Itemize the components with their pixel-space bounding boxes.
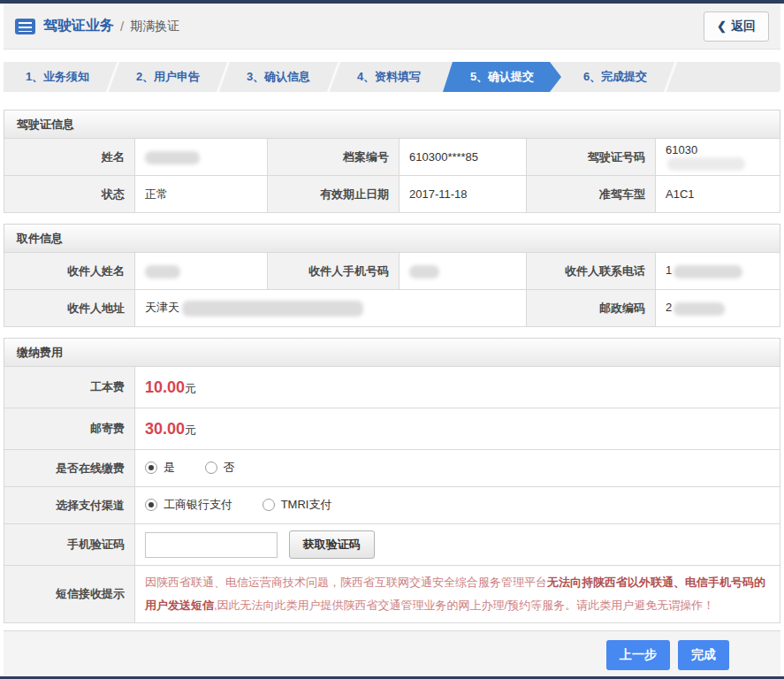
- address-partial: 天津天: [145, 301, 179, 314]
- mail-fee-amount: 30.00: [145, 420, 185, 438]
- recipient-name-label: 收件人姓名: [4, 253, 135, 290]
- pickup-info-section: 取件信息 收件人姓名 收件人手机号码 收件人联系电话 1 收件人地址 天津天 邮…: [4, 224, 780, 327]
- step-tab-5-active[interactable]: 5、确认提交: [443, 62, 561, 92]
- step-tab-6[interactable]: 6、完成提交: [561, 62, 669, 92]
- status-label: 状态: [4, 176, 135, 213]
- sms-notice-part1: 因陕西省联通、电信运营商技术问题，陕西省互联网交通安全综合服务管理平台: [145, 576, 547, 589]
- redacted-mobile: [409, 265, 439, 278]
- document-list-icon: [15, 19, 35, 34]
- get-code-button[interactable]: 获取验证码: [289, 530, 375, 559]
- finish-button[interactable]: 完成: [678, 640, 729, 670]
- redacted-name: [145, 151, 200, 164]
- online-pay-options: 是 否: [135, 450, 780, 487]
- back-button[interactable]: ❮ 返回: [704, 11, 769, 42]
- table-row: 工本费 10.00元: [4, 367, 780, 408]
- action-footer: 上一步 完成: [4, 630, 780, 679]
- recipient-name-value: [135, 253, 268, 290]
- sms-code-field: 获取验证码: [135, 524, 780, 566]
- address-value: 天津天: [135, 290, 527, 327]
- fees-table: 工本费 10.00元 邮寄费 30.00元 是否在线缴费 是 否 选择支付渠道 …: [4, 366, 780, 623]
- sms-notice-label: 短信接收提示: [4, 566, 135, 623]
- chevron-left-icon: ❮: [717, 19, 727, 33]
- phone-partial: 1: [666, 263, 672, 277]
- mail-fee-label: 邮寄费: [4, 408, 135, 450]
- online-yes-radio[interactable]: 是: [145, 460, 175, 476]
- table-row: 选择支付渠道 工商银行支付 TMRI支付: [4, 487, 780, 524]
- name-value: [135, 139, 268, 176]
- vehicle-label: 准驾车型: [527, 176, 656, 213]
- radio-unselected-icon: [263, 499, 275, 511]
- step-bar-filler: [672, 62, 780, 92]
- license-no-label: 驾驶证号码: [527, 139, 656, 176]
- table-row: 姓名 档案编号 610300****85 驾驶证号码 61030: [4, 139, 780, 176]
- redacted-recipient-name: [145, 265, 180, 278]
- recipient-mobile-label: 收件人手机号码: [268, 253, 400, 290]
- pickup-section-title: 取件信息: [4, 224, 780, 252]
- postcode-label: 邮政编码: [527, 290, 656, 327]
- work-fee-amount: 10.00: [145, 378, 185, 396]
- sms-notice-text: 因陕西省联通、电信运营商技术问题，陕西省互联网交通安全综合服务管理平台无法向持陕…: [145, 566, 770, 622]
- recipient-phone-value: 1: [656, 253, 780, 290]
- step-tab-3[interactable]: 3、确认信息: [225, 62, 332, 92]
- page-header: 驾驶证业务 / 期满换证 ❮ 返回: [4, 4, 780, 50]
- online-pay-label: 是否在线缴费: [4, 450, 135, 487]
- license-section-title: 驾驶证信息: [4, 110, 780, 138]
- step-tab-1[interactable]: 1、业务须知: [4, 62, 111, 92]
- radio-selected-icon: [145, 499, 157, 511]
- step-navigation: 1、业务须知 2、用户申告 3、确认信息 4、资料填写 5、确认提交 6、完成提…: [4, 62, 780, 92]
- pay-channel-label: 选择支付渠道: [4, 487, 135, 524]
- license-no-value: 61030: [656, 139, 780, 176]
- mail-fee-value: 30.00元: [135, 408, 780, 450]
- fees-section-title: 缴纳费用: [4, 338, 780, 366]
- redacted-address: [182, 301, 363, 317]
- address-label: 收件人地址: [4, 290, 135, 327]
- recipient-mobile-value: [400, 253, 527, 290]
- previous-step-button[interactable]: 上一步: [606, 640, 670, 670]
- table-row: 收件人姓名 收件人手机号码 收件人联系电话 1: [4, 253, 780, 290]
- work-fee-value: 10.00元: [135, 367, 780, 408]
- table-row: 收件人地址 天津天 邮政编码 2: [4, 290, 780, 327]
- postcode-value: 2: [656, 290, 780, 327]
- pay-channel-options: 工商银行支付 TMRI支付: [135, 487, 780, 524]
- online-no-label: 否: [224, 460, 235, 476]
- table-row: 状态 正常 有效期止日期 2017-11-18 准驾车型 A1C1: [4, 176, 780, 213]
- license-no-partial: 61030: [666, 143, 697, 156]
- breadcrumb-current: 期满换证: [130, 19, 179, 34]
- file-no-value: 610300****85: [400, 139, 527, 176]
- fee-unit: 元: [185, 423, 196, 437]
- breadcrumb-separator: /: [120, 19, 124, 34]
- expiry-value: 2017-11-18: [400, 176, 527, 213]
- page-title: 驾驶证业务: [43, 17, 114, 35]
- back-button-label: 返回: [731, 19, 756, 34]
- table-row: 手机验证码 获取验证码: [4, 524, 780, 566]
- vehicle-value: A1C1: [656, 176, 780, 213]
- fees-section: 缴纳费用 工本费 10.00元 邮寄费 30.00元 是否在线缴费 是 否 选择…: [4, 338, 780, 623]
- license-info-table: 姓名 档案编号 610300****85 驾驶证号码 61030 状态 正常 有…: [4, 138, 780, 213]
- channel-tmri-radio[interactable]: TMRI支付: [263, 497, 332, 513]
- fee-unit: 元: [185, 382, 196, 395]
- radio-unselected-icon: [205, 462, 217, 474]
- table-row: 是否在线缴费 是 否: [4, 450, 780, 487]
- channel-tmri-label: TMRI支付: [281, 497, 332, 513]
- online-yes-label: 是: [164, 460, 175, 476]
- expiry-label: 有效期止日期: [268, 176, 400, 213]
- channel-icbc-label: 工商银行支付: [164, 497, 232, 513]
- table-row: 邮寄费 30.00元: [4, 408, 780, 450]
- postcode-partial: 2: [666, 301, 672, 314]
- step-tab-4[interactable]: 4、资料填写: [335, 62, 443, 92]
- redacted-phone: [674, 265, 742, 278]
- redacted-license-no: [667, 157, 745, 171]
- sms-code-input[interactable]: [145, 532, 278, 558]
- file-no-label: 档案编号: [268, 139, 400, 176]
- name-label: 姓名: [4, 139, 135, 176]
- online-no-radio[interactable]: 否: [205, 460, 235, 476]
- redacted-postcode: [674, 302, 725, 316]
- channel-icbc-radio[interactable]: 工商银行支付: [145, 497, 232, 513]
- sms-notice-value: 因陕西省联通、电信运营商技术问题，陕西省互联网交通安全综合服务管理平台无法向持陕…: [135, 566, 780, 623]
- table-row: 短信接收提示 因陕西省联通、电信运营商技术问题，陕西省互联网交通安全综合服务管理…: [4, 566, 780, 623]
- step-tab-2[interactable]: 2、用户申告: [114, 62, 222, 92]
- recipient-phone-label: 收件人联系电话: [527, 253, 656, 290]
- work-fee-label: 工本费: [4, 367, 135, 408]
- sms-notice-part3: ,因此无法向此类用户提供陕西省交通管理业务的网上办理/预约等服务。请此类用户避免…: [214, 599, 714, 612]
- status-value: 正常: [135, 176, 268, 213]
